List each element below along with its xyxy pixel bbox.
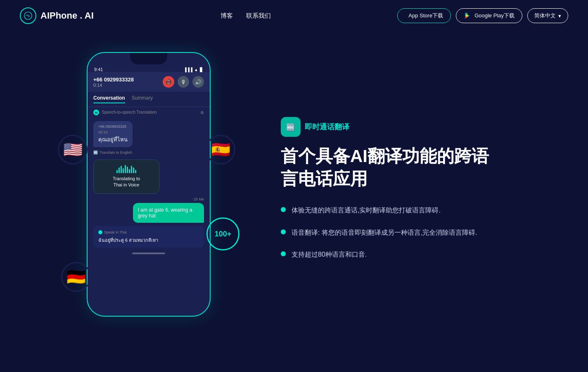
settings-icon[interactable]: ⚙	[200, 110, 204, 115]
nav-contact[interactable]: 联系我们	[246, 12, 271, 20]
home-indicator	[132, 253, 165, 254]
mute-button[interactable]: 🎙	[178, 76, 189, 88]
tab-summary[interactable]: Summary	[132, 95, 153, 103]
feature-badge-text: 即时通话翻译	[305, 122, 349, 132]
phone-area: 🇺🇸 🇪🇸 🇩🇪 100+ 9:41 ▐▐▐ ▲ ▊ +66 09299333	[33, 40, 248, 329]
translate-label: 🔤 Translate to English	[93, 150, 204, 155]
chat-messages: +66 0929933328 00:10 คุณอยู่ที่ไหน 🔤 Tra…	[88, 118, 210, 226]
status-icons: ▐▐▐ ▲ ▊	[184, 67, 203, 72]
phone-frame: 9:41 ▐▐▐ ▲ ▊ +66 0929933328 0:14 📵 🎙 🔊	[87, 52, 211, 317]
feature-list: 体验无缝的跨语言通话,实时翻译助您打破语言障碍. 语音翻译: 将您的语音即刻翻译…	[281, 205, 555, 260]
play-icon	[464, 12, 471, 19]
flag-germany: 🇩🇪	[61, 262, 91, 292]
ai-badge: AI	[93, 110, 99, 115]
navbar: AIPhone . AI 博客 联系我们 App Store下载 Google …	[0, 0, 588, 31]
incoming-time: 00:10	[98, 130, 128, 134]
bullet-2	[281, 229, 286, 234]
flag-spain: 🇪🇸	[206, 135, 235, 165]
main-content: 🇺🇸 🇪🇸 🇩🇪 100+ 9:41 ▐▐▐ ▲ ▊ +66 09299333	[0, 31, 588, 337]
badge-100: 100+	[206, 217, 239, 250]
incoming-message-1: +66 0929933328 00:10 คุณอยู่ที่ไหน	[93, 121, 133, 147]
right-content: 🔤 即时通话翻译 首个具备AI翻译功能的跨语 言电话应用 体验无缝的跨语言通话,…	[281, 109, 555, 260]
thai-message: คุณอยู่ที่ไหน	[98, 135, 128, 144]
speak-label-ai-badge	[98, 230, 102, 234]
wave-bar-6	[127, 167, 128, 173]
main-heading: 首个具备AI翻译功能的跨语 言电话应用	[281, 145, 555, 190]
speaker-button[interactable]: 🔊	[192, 76, 204, 88]
incoming-sender: +66 0929933328	[98, 124, 128, 129]
nav-links: 博客 联系我们	[220, 12, 271, 20]
wave-bar-2	[119, 167, 120, 173]
call-controls: 📵 🎙 🔊	[163, 76, 204, 88]
feature-text-1: 体验无缝的跨语言通话,实时翻译助您打破语言障碍.	[292, 205, 441, 216]
outgoing-message-container: · 25 Me I am at gate 6, wearing a grey h…	[120, 197, 204, 223]
flag-usa: 🇺🇸	[58, 135, 88, 165]
googleplay-label: Google Play下载	[474, 12, 514, 19]
call-info: +66 0929933328 0:14	[93, 76, 134, 88]
chevron-down-icon: ▾	[558, 13, 561, 19]
wave-animation	[116, 165, 136, 173]
wave-bar-7	[129, 169, 130, 173]
feature-item-1: 体验无缝的跨语言通话,实时翻译助您打破语言障碍.	[281, 205, 555, 216]
wave-bar-9	[133, 167, 134, 173]
bullet-3	[281, 251, 286, 256]
feature-item-3: 支持超过80种语言和口音.	[281, 249, 555, 260]
call-header: +66 0929933328 0:14 📵 🎙 🔊	[88, 72, 210, 92]
translation-header: AI Speech-to-speech Translation ⚙	[88, 107, 210, 118]
signal-icon: ▐▐▐	[184, 67, 192, 72]
lang-label: 简体中文	[534, 12, 556, 19]
phone-notch	[130, 53, 167, 64]
call-duration: 0:14	[93, 83, 134, 88]
status-bar: 9:41 ▐▐▐ ▲ ▊	[88, 64, 210, 72]
outgoing-message: I am at gate 6, wearing a grey hat	[133, 203, 204, 223]
googleplay-button[interactable]: Google Play下载	[456, 8, 522, 23]
wave-bar-4	[123, 168, 124, 173]
battery-icon: ▊	[200, 67, 203, 72]
translation-icon: 🔤	[281, 117, 301, 137]
heading-line2: 言电话应用	[281, 169, 368, 188]
language-selector[interactable]: 简体中文 ▾	[527, 8, 568, 23]
tab-conversation[interactable]: Conversation	[93, 95, 125, 103]
bullet-1	[281, 207, 286, 212]
feature-text-3: 支持超过80种语言和口音.	[292, 249, 367, 260]
hang-up-button[interactable]: 📵	[163, 76, 174, 88]
logo: AIPhone . AI	[20, 7, 94, 24]
speak-label: Speak in Thai	[98, 230, 199, 234]
translating-bubble: Translating toThai in Voice	[93, 160, 159, 194]
speak-section: Speak in Thai ฉันอยู่ที่ประตู 6 สวมหมวกส…	[93, 226, 204, 248]
nav-blog[interactable]: 博客	[220, 12, 233, 20]
feature-text-2: 语音翻译: 将您的语音即刻翻译成另一种语言,完全消除语言障碍.	[292, 227, 477, 238]
svg-text:🔤: 🔤	[286, 123, 295, 132]
translating-text: Translating toThai in Voice	[113, 176, 140, 188]
feature-badge: 🔤 即时通话翻译	[281, 117, 555, 137]
translation-mode-label: AI Speech-to-speech Translation	[93, 110, 157, 115]
translate-icon: 🔤	[93, 150, 98, 155]
logo-text: AIPhone . AI	[40, 10, 94, 21]
call-number: +66 0929933328	[93, 76, 134, 83]
speak-thai-text: ฉันอยู่ที่ประตู 6 สวมหมวกสีเทา	[98, 237, 199, 244]
appstore-button[interactable]: App Store下载	[397, 8, 451, 23]
heading-line1: 首个具备AI翻译功能的跨语	[281, 146, 489, 166]
outgoing-time: · 25 Me	[192, 197, 204, 201]
wave-bar-5	[125, 165, 126, 173]
appstore-label: App Store下载	[408, 12, 443, 19]
wave-bar-1	[116, 170, 118, 173]
feature-item-2: 语音翻译: 将您的语音即刻翻译成另一种语言,完全消除语言障碍.	[281, 227, 555, 238]
wave-bar-10	[135, 170, 136, 173]
chat-tabs: Conversation Summary	[88, 92, 210, 107]
nav-buttons: App Store下载 Google Play下载 简体中文 ▾	[397, 8, 568, 23]
logo-icon	[20, 7, 36, 24]
wave-bar-8	[131, 166, 132, 173]
status-time: 9:41	[94, 67, 103, 72]
wifi-icon: ▲	[194, 67, 198, 72]
wave-bar-3	[121, 166, 122, 173]
